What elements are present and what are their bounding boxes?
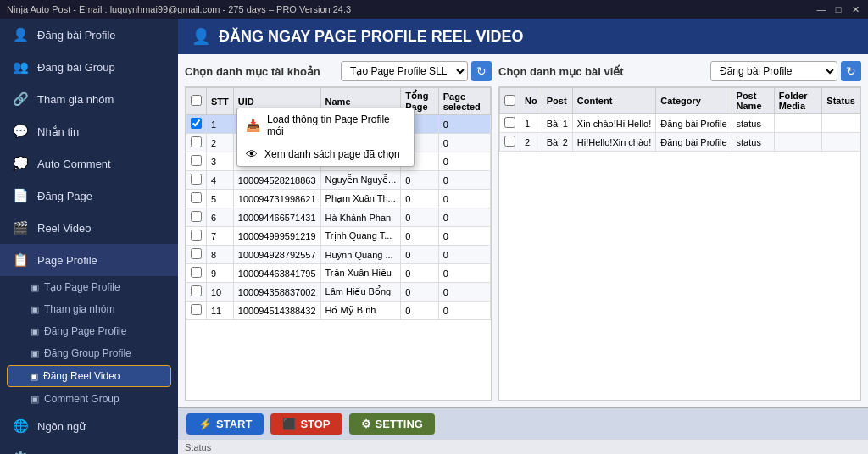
sidebar-item-tham-gia-nhom[interactable]: 🔗 Tham gia nhóm	[0, 83, 178, 115]
content-area: Chọn danh mục tài khoản Tạo Page Profile…	[178, 54, 868, 407]
left-col-	[186, 88, 207, 115]
sidebar-sub-dang-page-profile[interactable]: ▣ Đăng Page Profile	[0, 320, 178, 342]
right-col-foldermedia: Folder Media	[774, 88, 822, 114]
table-row[interactable]: 4 100094528218863 Nguyễn Nguyễ... 0 0	[186, 171, 491, 190]
app-container: 👤 Đăng bài Profile👥 Đăng bài Group🔗 Tham…	[0, 19, 868, 454]
row-checkbox[interactable]	[191, 211, 202, 222]
status-bar: Status	[178, 440, 868, 454]
sidebar-label-dang-bai-profile: Đăng bài Profile	[37, 29, 116, 42]
maximize-button[interactable]: □	[832, 3, 844, 15]
sidebar-item-page-profile[interactable]: 📋 Page Profile	[0, 244, 178, 276]
right-panel-refresh[interactable]: ↻	[841, 61, 861, 81]
minimize-button[interactable]: —	[815, 3, 827, 15]
right-col-	[500, 88, 520, 114]
sidebar-bottom-ngon-ngu[interactable]: 🌐 Ngôn ngữ	[0, 410, 178, 442]
sidebar-label-page-profile: Page Profile	[37, 254, 97, 267]
sidebar-icon-auto-comment: 💭	[12, 155, 29, 172]
row-checkbox[interactable]	[191, 267, 202, 278]
bottom-icon-cai-dat: ⚙️	[12, 450, 29, 454]
sidebar-item-dang-bai-profile[interactable]: 👤 Đăng bài Profile	[0, 19, 178, 51]
setting-button[interactable]: ⚙ SETTING	[349, 413, 435, 435]
row-checkbox[interactable]	[191, 304, 202, 315]
right-row-checkbox[interactable]	[504, 117, 515, 128]
select-all-checkbox[interactable]	[191, 95, 202, 106]
sidebar-icon-page-profile: 📋	[12, 252, 29, 269]
sidebar-sub-dang-group-profile[interactable]: ▣ Đăng Group Profile	[0, 342, 178, 364]
page-title: 👤 ĐĂNG NGAY PAGE PROFILE REEL VIDEO	[178, 19, 868, 54]
bottom-icon-ngon-ngu: 🌐	[12, 418, 29, 435]
sidebar-item-nhan-tin[interactable]: 💬 Nhắn tin	[0, 115, 178, 147]
table-row[interactable]: 5 100094731998621 Phạm Xuân Th... 0 0	[186, 190, 491, 208]
row-checkbox[interactable]	[191, 285, 202, 296]
right-panel: Chọn danh mục bài viết Đăng bài Profile …	[498, 61, 861, 401]
ctx-icon-load-page-info: 📥	[246, 119, 260, 132]
sidebar-main-items: 👤 Đăng bài Profile👥 Đăng bài Group🔗 Tham…	[0, 19, 178, 410]
stop-button[interactable]: ⬛ STOP	[270, 413, 342, 435]
table-row[interactable]: 8 100094928792557 Huỳnh Quang ... 0 0	[186, 246, 491, 264]
table-row[interactable]: 10 100094358837002 Lâm Hiếu Bổng 0 0	[186, 283, 491, 302]
sidebar-icon-tham-gia-nhom: 🔗	[12, 91, 29, 108]
row-checkbox[interactable]	[191, 192, 202, 203]
sidebar-item-dang-page[interactable]: 📄 Đăng Page	[0, 180, 178, 212]
sidebar-sub-tham-gia-nhom-sub[interactable]: ▣ Tham gia nhóm	[0, 298, 178, 320]
sidebar-label-nhan-tin: Nhắn tin	[37, 125, 79, 138]
row-checkbox[interactable]	[191, 136, 202, 147]
titlebar-title: Ninja Auto Post - Email : luquynhmai99@g…	[7, 4, 351, 14]
sidebar-label-reel-video: Reel Video	[37, 222, 91, 235]
right-row-checkbox[interactable]	[504, 136, 515, 147]
setting-icon: ⚙	[361, 418, 371, 430]
status-label: Status	[185, 442, 211, 452]
sidebar-item-dang-bai-group[interactable]: 👥 Đăng bài Group	[0, 51, 178, 83]
start-button[interactable]: ⚡ START	[186, 413, 264, 435]
context-menu: 📥 Load thông tin Page Profile mới👁 Xem d…	[236, 108, 415, 167]
right-panel-dropdown[interactable]: Đăng bài Profile	[710, 61, 837, 81]
row-checkbox[interactable]	[191, 174, 202, 185]
row-checkbox[interactable]	[191, 248, 202, 259]
posts-table: NoPostContentCategoryPost NameFolder Med…	[499, 87, 860, 152]
left-panel-dropdown[interactable]: Tạo Page Profile SLL	[341, 61, 468, 81]
titlebar: Ninja Auto Post - Email : luquynhmai99@g…	[0, 0, 868, 19]
sidebar-icon-dang-bai-profile: 👤	[12, 26, 29, 43]
sub-icon-dang-page-profile: ▣	[31, 326, 39, 337]
sidebar-sub-dang-reel-video[interactable]: ▣ Đăng Reel Video	[7, 365, 171, 387]
sidebar-icon-dang-bai-group: 👥	[12, 58, 29, 75]
row-checkbox[interactable]	[191, 155, 202, 166]
sidebar-bottom-items: 🌐 Ngôn ngữ⚙️ Cài đặt⏻ Thoát	[0, 410, 178, 454]
sub-icon-dang-reel-video: ▣	[30, 371, 38, 382]
left-panel-table-wrap: STTUIDNameTổng PagePage selected 1 10008…	[185, 86, 492, 401]
left-panel: Chọn danh mục tài khoản Tạo Page Profile…	[185, 61, 492, 401]
right-panel-header: Chọn danh mục bài viết Đăng bài Profile …	[498, 61, 861, 81]
right-col-category: Category	[656, 88, 732, 114]
row-checkbox[interactable]	[191, 230, 202, 241]
row-checkbox[interactable]	[191, 118, 202, 129]
ctx-item-load-page-info[interactable]: 📥 Load thông tin Page Profile mới	[237, 108, 414, 142]
table-row[interactable]: 2 Bài 2 Hi!Hello!Xin chào! Đăng bài Prof…	[500, 133, 860, 152]
left-panel-refresh[interactable]: ↻	[471, 61, 492, 81]
sidebar-item-reel-video[interactable]: 🎬 Reel Video	[0, 212, 178, 244]
table-row[interactable]: 11 100094514388432 Hồ Mỹ Bình 0 0	[186, 302, 491, 320]
ctx-item-view-page-list[interactable]: 👁 Xem danh sách page đã chọn	[237, 142, 414, 166]
sidebar-bottom-cai-dat[interactable]: ⚙️ Cài đặt	[0, 442, 178, 454]
left-panel-header: Chọn danh mục tài khoản Tạo Page Profile…	[185, 61, 492, 81]
close-button[interactable]: ✕	[849, 3, 861, 15]
bottom-bar: ⚡ START ⬛ STOP ⚙ SETTING	[178, 407, 868, 440]
sidebar-item-auto-comment[interactable]: 💭 Auto Comment	[0, 147, 178, 180]
right-col-no: No	[520, 88, 542, 114]
table-row[interactable]: 1 Bài 1 Xin chào!Hi!Hello! Đăng bài Prof…	[500, 114, 860, 133]
ctx-icon-view-page-list: 👁	[246, 147, 258, 161]
right-select-all[interactable]	[504, 95, 515, 106]
sidebar-sub-tao-page-profile[interactable]: ▣ Tạo Page Profile	[0, 276, 178, 298]
start-icon: ⚡	[198, 418, 212, 430]
left-panel-label: Chọn danh mục tài khoản	[185, 65, 320, 78]
sidebar-sub-menu: ▣ Tạo Page Profile▣ Tham gia nhóm▣ Đăng …	[0, 276, 178, 410]
main-panel: 👤 ĐĂNG NGAY PAGE PROFILE REEL VIDEO Chọn…	[178, 19, 868, 454]
table-row[interactable]: 6 100094466571431 Hà Khánh Phan 0 0	[186, 208, 491, 227]
table-row[interactable]: 7 100094999591219 Trịnh Quang T... 0 0	[186, 227, 491, 246]
sidebar-sub-comment-group[interactable]: ▣ Comment Group	[0, 388, 178, 410]
table-row[interactable]: 9 100094463841795 Trần Xuân Hiếu 0 0	[186, 264, 491, 283]
sub-icon-tao-page-profile: ▣	[31, 282, 39, 293]
left-col-stt: STT	[207, 88, 234, 115]
sidebar-label-dang-bai-group: Đăng bài Group	[37, 61, 115, 74]
sidebar-label-dang-page: Đăng Page	[37, 190, 92, 202]
sub-icon-comment-group: ▣	[31, 394, 39, 405]
